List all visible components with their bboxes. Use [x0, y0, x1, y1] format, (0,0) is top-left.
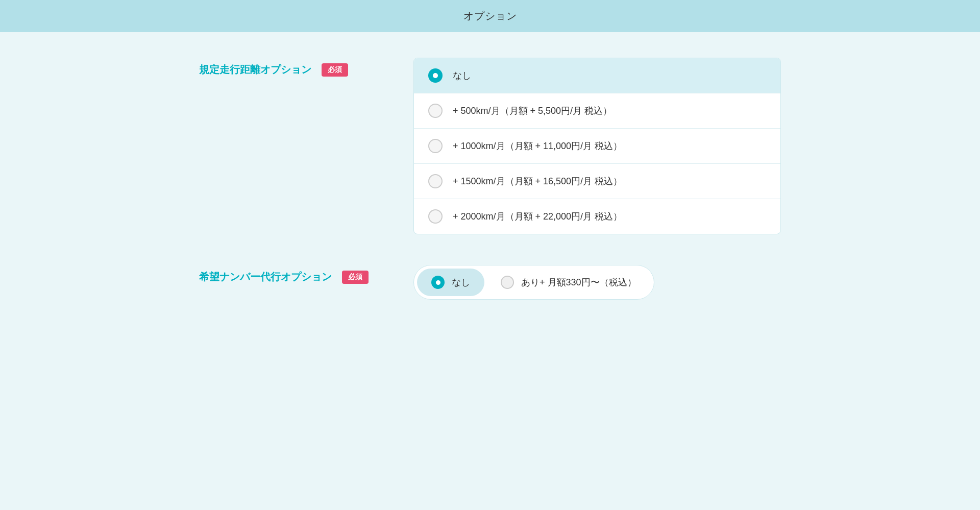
content-area: 規定走行距離オプション 必須 なし + 500km/月（月額 + 5,500円/…	[158, 32, 822, 356]
option1-radio-500	[428, 104, 443, 118]
option1-label-2000: + 2000km/月（月額 + 22,000円/月 税込）	[453, 210, 622, 223]
option2-toggle-group: なし あり+ 月額330円〜（税込）	[413, 265, 654, 300]
option2-radio-none	[431, 276, 445, 289]
option1-radio-1500	[428, 174, 443, 188]
section-title: オプション	[463, 10, 517, 21]
option1-row: 規定走行距離オプション 必須 なし + 500km/月（月額 + 5,500円/…	[199, 58, 781, 234]
option2-radio-ari	[501, 276, 514, 289]
option1-item-2000[interactable]: + 2000km/月（月額 + 22,000円/月 税込）	[414, 199, 780, 234]
option1-label-500: + 500km/月（月額 + 5,500円/月 税込）	[453, 105, 612, 117]
option2-required-badge: 必須	[342, 271, 369, 284]
option1-required-badge: 必須	[322, 63, 348, 77]
option1-item-none[interactable]: なし	[414, 58, 780, 93]
option2-row: 希望ナンバー代行オプション 必須 なし あり+ 月額330円〜（税込）	[199, 265, 781, 300]
option1-item-1500[interactable]: + 1500km/月（月額 + 16,500円/月 税込）	[414, 164, 780, 199]
page-container: オプション 規定走行距離オプション 必須 なし + 500km/月（月額 + 5…	[0, 0, 980, 510]
option1-label-none: なし	[453, 69, 471, 82]
section-header: オプション	[0, 0, 980, 32]
option1-radio-1000	[428, 139, 443, 153]
option1-label-1000: + 1000km/月（月額 + 11,000円/月 税込）	[453, 140, 622, 152]
option1-label-area: 規定走行距離オプション 必須	[199, 58, 413, 77]
option1-label-1500: + 1500km/月（月額 + 16,500円/月 税込）	[453, 175, 622, 187]
option1-radio-none	[428, 68, 443, 83]
option2-item-none[interactable]: なし	[417, 269, 484, 296]
option2-label-none: なし	[452, 276, 470, 288]
option1-item-500[interactable]: + 500km/月（月額 + 5,500円/月 税込）	[414, 93, 780, 129]
option1-title: 規定走行距離オプション	[199, 63, 311, 77]
option1-radio-list: なし + 500km/月（月額 + 5,500円/月 税込） + 1000km/…	[413, 58, 781, 234]
option2-item-ari[interactable]: あり+ 月額330円〜（税込）	[486, 269, 651, 296]
option1-item-1000[interactable]: + 1000km/月（月額 + 11,000円/月 税込）	[414, 129, 780, 164]
option1-radio-2000	[428, 209, 443, 224]
option2-title: 希望ナンバー代行オプション	[199, 270, 332, 284]
option2-label-ari: あり+ 月額330円〜（税込）	[521, 276, 636, 288]
option2-label-area: 希望ナンバー代行オプション 必須	[199, 265, 413, 284]
